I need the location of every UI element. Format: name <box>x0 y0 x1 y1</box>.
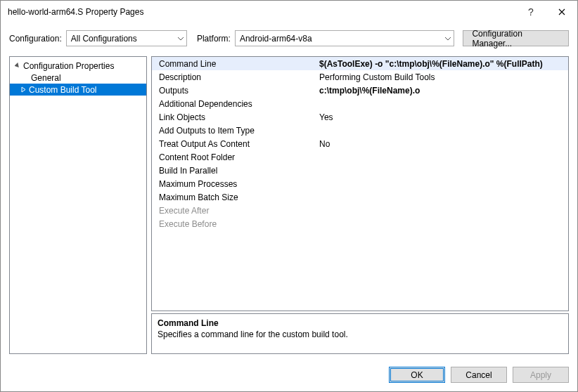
property-row[interactable]: DescriptionPerforming Custom Build Tools <box>152 70 568 84</box>
expander-closed-icon[interactable] <box>20 86 27 93</box>
property-name: Treat Output As Content <box>152 139 316 149</box>
right-column: Command Line$(AsToolExe) -o "c:\tmp\obj\… <box>151 56 569 354</box>
nav-tree[interactable]: Configuration Properties General Custom … <box>9 56 147 354</box>
tree-node-general[interactable]: General <box>10 72 146 84</box>
description-title: Command Line <box>158 318 563 328</box>
chevron-down-icon <box>445 34 451 44</box>
property-name: Additional Dependencies <box>152 99 316 109</box>
property-name: Content Root Folder <box>152 152 316 162</box>
property-name: Execute Before <box>152 219 316 229</box>
cancel-button[interactable]: Cancel <box>451 367 507 383</box>
footer: OK Cancel Apply <box>1 360 577 391</box>
property-row[interactable]: Maximum Processes <box>152 177 568 190</box>
property-value[interactable]: c:\tmp\obj\%(FileName).o <box>316 86 568 96</box>
property-name: Link Objects <box>152 112 316 122</box>
property-row[interactable]: Execute After <box>152 204 568 217</box>
ok-button[interactable]: OK <box>389 367 445 383</box>
property-value[interactable]: Yes <box>316 112 568 122</box>
property-row[interactable]: Link ObjectsYes <box>152 110 568 124</box>
property-row[interactable]: Maximum Batch Size <box>152 190 568 204</box>
property-name: Description <box>152 72 316 82</box>
property-name: Command Line <box>152 59 316 69</box>
property-row[interactable]: Add Outputs to Item Type <box>152 124 568 137</box>
property-name: Build In Parallel <box>152 166 316 176</box>
property-row[interactable]: Execute Before <box>152 217 568 230</box>
tree-node-config-properties[interactable]: Configuration Properties <box>10 60 146 72</box>
tree-node-custom-build-tool[interactable]: Custom Build Tool <box>10 84 146 96</box>
property-value[interactable]: No <box>316 139 568 149</box>
property-name: Maximum Processes <box>152 179 316 189</box>
property-row[interactable]: Command Line$(AsToolExe) -o "c:\tmp\obj\… <box>152 57 568 70</box>
property-row[interactable]: Additional Dependencies <box>152 97 568 110</box>
property-value[interactable]: Performing Custom Build Tools <box>316 72 568 82</box>
description-panel: Command Line Specifies a command line fo… <box>151 313 569 354</box>
window-title: hello-world-arm64.S Property Pages <box>8 7 515 17</box>
content-area: Configuration Properties General Custom … <box>1 56 577 360</box>
property-pages-dialog: hello-world-arm64.S Property Pages ? Con… <box>0 0 578 392</box>
titlebar: hello-world-arm64.S Property Pages ? <box>1 1 577 23</box>
configuration-manager-button[interactable]: Configuration Manager... <box>463 30 569 46</box>
property-name: Add Outputs to Item Type <box>152 126 316 136</box>
property-name: Execute After <box>152 206 316 216</box>
platform-value: Android-arm64-v8a <box>240 34 312 44</box>
property-row[interactable]: Treat Output As ContentNo <box>152 137 568 150</box>
help-icon[interactable]: ? <box>515 1 546 22</box>
platform-combo[interactable]: Android-arm64-v8a <box>235 30 455 46</box>
configuration-label: Configuration: <box>9 34 62 44</box>
configuration-combo[interactable]: All Configurations <box>66 30 187 46</box>
property-value[interactable]: $(AsToolExe) -o "c:\tmp\obj\%(FileName).… <box>316 59 568 69</box>
property-row[interactable]: Build In Parallel <box>152 164 568 177</box>
config-toolbar: Configuration: All Configurations Platfo… <box>1 23 577 56</box>
description-body: Specifies a command line for the custom … <box>158 329 563 339</box>
property-row[interactable]: Outputsc:\tmp\obj\%(FileName).o <box>152 84 568 97</box>
property-row[interactable]: Content Root Folder <box>152 150 568 164</box>
expander-open-icon[interactable] <box>14 62 22 70</box>
property-name: Maximum Batch Size <box>152 192 316 202</box>
property-name: Outputs <box>152 86 316 96</box>
apply-button: Apply <box>513 367 569 383</box>
property-grid[interactable]: Command Line$(AsToolExe) -o "c:\tmp\obj\… <box>151 56 569 311</box>
platform-label: Platform: <box>197 34 231 44</box>
chevron-down-icon <box>178 34 184 44</box>
configuration-value: All Configurations <box>71 34 137 44</box>
close-icon[interactable] <box>546 1 577 22</box>
